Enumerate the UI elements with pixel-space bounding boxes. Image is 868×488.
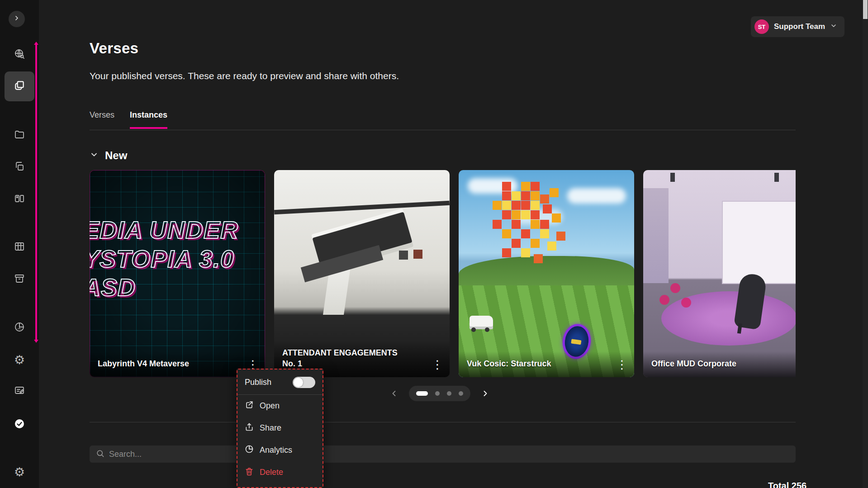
search-input[interactable] (109, 450, 789, 459)
carousel-pagination (387, 385, 492, 402)
card-thumbnail (643, 170, 796, 377)
verses-stack-icon (14, 80, 25, 93)
page-dot-1[interactable] (416, 391, 428, 396)
check-circle-icon (14, 418, 25, 431)
kebab-menu-icon[interactable]: ⋮ (432, 360, 441, 369)
sidebar-item-projects[interactable] (9, 125, 29, 145)
gear-icon: ⚙ (14, 466, 25, 479)
calendar-grid-icon (14, 241, 25, 254)
sidebar-item-calendar[interactable] (9, 237, 29, 257)
copy-icon (14, 161, 25, 174)
menu-item-analytics[interactable]: Analytics (237, 439, 323, 461)
layout-panel-icon (14, 193, 25, 206)
toggle-knob (294, 378, 303, 387)
card-caption: Office MUD Corporate ⋮ (643, 351, 796, 377)
pie-chart-icon (14, 322, 25, 334)
sidebar-item-explore[interactable] (9, 45, 29, 65)
globe-search-icon (14, 48, 25, 61)
search-bar (90, 445, 796, 463)
scrollbar-thumb[interactable] (863, 0, 868, 19)
card-art-text: EDIA UNDER YSTOPIA 3.0 ASD (90, 216, 265, 302)
card-title: Labyrinth V4 Metaverse (98, 359, 189, 369)
card-caption: Vuk Cosic: Starstruck ⋮ (459, 351, 634, 377)
card-title: ATTENDANT ENGAGEMENTS No. 1 (282, 348, 413, 369)
menu-item-open[interactable]: Open (237, 395, 323, 417)
verse-card[interactable]: Vuk Cosic: Starstruck ⋮ (459, 170, 634, 377)
folder-icon (14, 129, 25, 142)
tabs-divider (90, 130, 796, 130)
verse-card[interactable]: ATTENDANT ENGAGEMENTS No. 1 ⋮ (274, 170, 450, 377)
publish-toggle[interactable] (293, 377, 315, 388)
avatar: ST (754, 19, 769, 34)
chevron-right-icon (13, 14, 20, 24)
card-title: Office MUD Corporate (651, 359, 736, 369)
window-scrollbar[interactable] (863, 0, 868, 488)
sidebar-scroll-indicator[interactable] (35, 43, 37, 341)
menu-label: Open (260, 401, 280, 411)
card-thumbnail: EDIA UNDER YSTOPIA 3.0 ASD (90, 170, 265, 377)
pagination-dots (409, 386, 470, 401)
sidebar-item-verses[interactable] (5, 71, 34, 101)
verse-card[interactable]: EDIA UNDER YSTOPIA 3.0 ASD Labyrinth V4 … (90, 170, 265, 377)
kebab-menu-icon[interactable]: ⋮ (616, 360, 626, 369)
tab-verses[interactable]: Verses (90, 110, 114, 129)
open-external-icon (245, 400, 254, 412)
publish-label: Publish (245, 378, 271, 387)
tab-instances[interactable]: Instances (130, 110, 167, 129)
sidebar-item-archive[interactable] (9, 270, 29, 289)
page-subtitle: Your published verses. These are ready t… (90, 71, 399, 81)
menu-item-share[interactable]: Share (237, 417, 323, 439)
page-dot-3[interactable] (447, 391, 451, 396)
sidebar: ⚙ ⚙ (0, 0, 39, 488)
sidebar-item-approvals[interactable] (9, 415, 29, 435)
card-context-menu: Publish Open Share Analytics Del (237, 369, 323, 488)
page-dot-2[interactable] (435, 391, 440, 396)
page-dot-4[interactable] (459, 391, 463, 396)
sidebar-item-layouts[interactable] (9, 190, 29, 209)
app-root: ⚙ ⚙ ST Support Team Verses Your publishe… (0, 0, 868, 488)
card-thumbnail (459, 170, 634, 377)
share-icon (245, 422, 254, 434)
menu-label: Delete (260, 468, 283, 477)
section-header-new[interactable]: New (90, 149, 127, 162)
form-edit-icon (14, 385, 25, 398)
pagination-prev-icon[interactable] (387, 385, 401, 402)
card-title: Vuk Cosic: Starstruck (467, 359, 551, 369)
archive-box-icon (14, 273, 25, 286)
section-title: New (105, 149, 127, 162)
sidebar-item-analytics[interactable] (9, 318, 29, 338)
sidebar-item-settings[interactable]: ⚙ (9, 350, 29, 370)
tab-bar: Verses Instances (90, 110, 167, 129)
user-menu[interactable]: ST Support Team (751, 16, 844, 37)
pagination-next-icon[interactable] (479, 385, 492, 402)
total-count: Total 256 (768, 481, 806, 488)
menu-label: Analytics (260, 445, 292, 455)
menu-item-publish[interactable]: Publish (237, 371, 323, 394)
chevron-down-icon (830, 22, 837, 31)
page-title: Verses (90, 40, 138, 57)
trash-icon (245, 467, 254, 478)
cards-carousel: EDIA UNDER YSTOPIA 3.0 ASD Labyrinth V4 … (90, 170, 796, 377)
gear-icon: ⚙ (14, 354, 25, 366)
menu-item-delete[interactable]: Delete (237, 461, 323, 483)
search-icon (96, 449, 104, 460)
section-divider (90, 422, 796, 422)
menu-label: Share (260, 423, 281, 433)
sidebar-expand-button[interactable] (9, 11, 25, 27)
sidebar-item-copies[interactable] (9, 157, 29, 177)
sidebar-item-forms[interactable] (9, 381, 29, 401)
chevron-down-icon (90, 150, 99, 161)
pie-chart-icon (245, 445, 254, 456)
kebab-menu-icon[interactable]: ⋮ (247, 360, 257, 369)
user-name: Support Team (774, 22, 825, 31)
sidebar-item-settings-bottom[interactable]: ⚙ (9, 462, 29, 482)
verse-card[interactable]: Office MUD Corporate ⋮ (643, 170, 796, 377)
